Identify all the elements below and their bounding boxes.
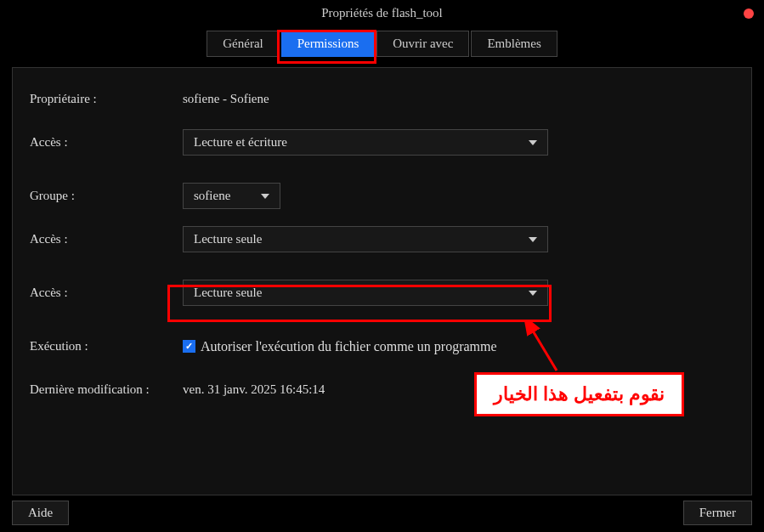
execution-checkbox[interactable]: ✓: [183, 340, 195, 353]
access-label-others: Accès :: [30, 286, 183, 300]
others-access-dropdown[interactable]: Lecture seule: [183, 280, 548, 306]
bottom-bar: Aide Fermer: [12, 501, 752, 525]
annotation-text: نقوم بتفعيل هذا الخيار: [474, 372, 684, 416]
access-label-owner: Accès :: [30, 135, 183, 150]
access-label-group: Accès :: [30, 232, 183, 246]
row-execution: Exécution : ✓ Autoriser l'exécution du f…: [30, 332, 734, 360]
tab-general[interactable]: Général: [207, 31, 279, 57]
chevron-down-icon: [529, 140, 537, 145]
row-others-access: Accès : Lecture seule: [30, 279, 734, 307]
last-mod-value: ven. 31 janv. 2025 16:45:14: [183, 382, 325, 397]
group-access-value: Lecture seule: [194, 232, 262, 246]
chevron-down-icon: [529, 291, 537, 296]
tabbar: Général Permissions Ouvrir avec Emblèmes: [0, 31, 764, 57]
owner-access-value: Lecture et écriture: [194, 135, 287, 150]
execution-checkbox-label: Autoriser l'exécution du fichier comme u…: [201, 339, 497, 354]
group-label: Groupe :: [30, 189, 183, 203]
close-button[interactable]: Fermer: [683, 501, 752, 525]
owner-label: Propriétaire :: [30, 92, 183, 106]
execution-checkbox-row[interactable]: ✓ Autoriser l'exécution du fichier comme…: [183, 339, 497, 354]
last-mod-label: Dernière modification :: [30, 382, 183, 397]
close-icon[interactable]: [744, 8, 754, 19]
tab-open-with[interactable]: Ouvrir avec: [376, 31, 469, 57]
group-dropdown[interactable]: sofiene: [183, 183, 280, 209]
execution-label: Exécution :: [30, 339, 183, 354]
tab-emblems[interactable]: Emblèmes: [471, 31, 557, 57]
chevron-down-icon: [261, 194, 269, 199]
tab-permissions[interactable]: Permissions: [281, 31, 376, 57]
chevron-down-icon: [529, 237, 537, 242]
row-owner-access: Accès : Lecture et écriture: [30, 128, 734, 156]
window-title: Propriétés de flash_tool: [321, 6, 442, 20]
group-access-dropdown[interactable]: Lecture seule: [183, 226, 548, 252]
group-value: sofiene: [194, 189, 230, 203]
content-panel: Propriétaire : sofiene - Sofiene Accès :…: [12, 67, 752, 495]
row-group: Groupe : sofiene: [30, 182, 734, 210]
titlebar: Propriétés de flash_tool: [0, 0, 764, 25]
owner-value: sofiene - Sofiene: [183, 92, 269, 106]
row-group-access: Accès : Lecture seule: [30, 225, 734, 253]
row-owner: Propriétaire : sofiene - Sofiene: [30, 85, 734, 113]
owner-access-dropdown[interactable]: Lecture et écriture: [183, 129, 548, 156]
help-button[interactable]: Aide: [12, 501, 69, 525]
others-access-value: Lecture seule: [194, 286, 262, 300]
